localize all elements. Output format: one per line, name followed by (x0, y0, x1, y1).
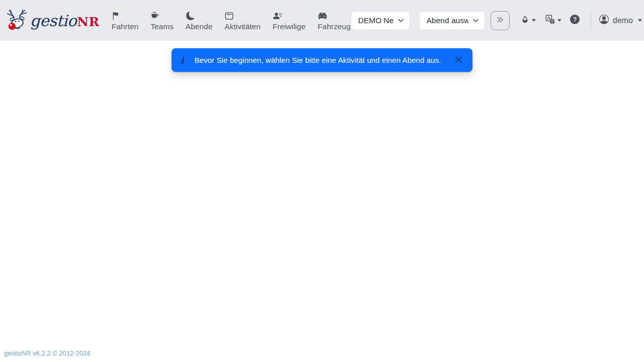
help-button[interactable]: ? (570, 15, 580, 26)
droplet-half-icon (521, 15, 529, 26)
nav-item-fahrzeug[interactable]: Fahrzeug (317, 11, 350, 31)
main-nav: Fahrten Teams Abende (112, 11, 351, 31)
nav-item-teams[interactable]: Teams (150, 11, 174, 31)
evening-select-value: Abend auswä (427, 16, 468, 25)
nav-label: Fahrten (112, 22, 138, 31)
reindeer-icon (6, 8, 29, 34)
chevron-down-icon (397, 17, 404, 24)
brand-name-gestio: gestio (30, 12, 76, 30)
flag-icon (112, 12, 120, 20)
activity-select[interactable]: DEMO Nez R (351, 11, 410, 30)
footer: gestioNR v6.2.2 © 2012-2024 (4, 348, 90, 357)
person-lines-icon (273, 12, 282, 20)
caret-down-icon (532, 19, 536, 22)
navbar-right-group: DEMO Nez R Abend auswä (351, 11, 642, 30)
user-name: demo (613, 16, 633, 25)
nav-label: Freiwilige (273, 22, 305, 31)
navbar-divider (591, 11, 591, 30)
nav-label: Fahrzeug (317, 22, 350, 31)
moon-icon (186, 12, 195, 20)
brand-logo[interactable]: gestio NR (6, 8, 100, 34)
person-circle-icon (599, 15, 609, 26)
activity-select-value: DEMO Nez R (358, 16, 393, 25)
nav-item-fahrten[interactable]: Fahrten (112, 11, 138, 31)
brand-name: gestio NR (30, 12, 100, 30)
top-navbar: gestio NR Fahrten Teams (0, 0, 644, 41)
footer-version-link[interactable]: gestioNR v6.2.2 © 2012-2024 (4, 349, 90, 357)
evening-select[interactable]: Abend auswä (419, 11, 485, 30)
user-menu-dropdown[interactable]: demo (599, 15, 642, 26)
cup-hot-icon (151, 12, 160, 20)
question-circle-icon: ? (570, 15, 580, 26)
close-icon (454, 55, 463, 65)
calendar-icon (225, 12, 233, 20)
translate-icon: A (545, 15, 555, 26)
caret-down-icon (638, 19, 642, 22)
nav-item-abende[interactable]: Abende (186, 11, 212, 31)
info-alert: i Bevor Sie beginnen, wählen Sie bitte e… (172, 48, 472, 72)
go-button[interactable] (491, 11, 510, 30)
chevron-double-right-icon (496, 16, 504, 25)
brand-name-nr: NR (77, 15, 100, 29)
language-dropdown[interactable]: A (545, 15, 561, 26)
nav-item-aktivitaeten[interactable]: Aktivitäten (224, 11, 261, 31)
caret-down-icon (557, 19, 561, 22)
info-icon: i (181, 55, 184, 65)
svg-text:?: ? (573, 16, 577, 23)
alert-message: Bevor Sie beginnen, wählen Sie bitte ein… (194, 56, 441, 64)
nav-label: Abende (186, 22, 212, 31)
car-front-icon (318, 12, 327, 20)
utility-menu: A ? (521, 11, 642, 30)
theme-toggle-dropdown[interactable] (521, 15, 536, 26)
nav-label: Aktivitäten (224, 22, 261, 31)
nav-item-freiwilige[interactable]: Freiwilige (273, 11, 305, 31)
alert-close-button[interactable] (449, 51, 467, 69)
chevron-down-icon (472, 17, 479, 24)
nav-label: Teams (150, 22, 174, 31)
